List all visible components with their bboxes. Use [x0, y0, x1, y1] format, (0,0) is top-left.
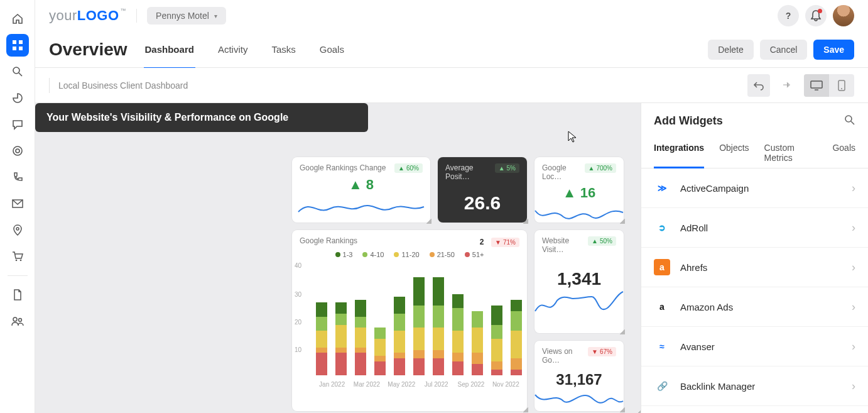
desktop-view-button[interactable]: [804, 74, 829, 97]
integration-item[interactable]: ➲AdRoll›: [641, 208, 868, 248]
svg-rect-2: [13, 47, 16, 50]
integration-label: Ahrefs: [680, 262, 852, 273]
client-selector[interactable]: Pennys Motel: [147, 7, 226, 25]
chevron-right-icon: ›: [852, 300, 855, 314]
rp-tab-custom-metrics[interactable]: Custom Metrics: [764, 138, 818, 168]
home-icon[interactable]: [6, 8, 29, 30]
pin-icon[interactable]: [6, 219, 29, 241]
views-change: ▼ 67%: [588, 347, 616, 356]
help-button[interactable]: ?: [778, 5, 799, 26]
bar-Jul 2022: [431, 277, 445, 375]
rp-tab-objects[interactable]: Objects: [719, 138, 749, 168]
bell-icon: [811, 10, 821, 21]
redo-button[interactable]: [774, 74, 796, 97]
chevron-right-icon: ›: [852, 221, 855, 234]
widget-avg-position[interactable]: Average Posit… ▲ 5% 26.6: [438, 157, 527, 223]
cancel-button[interactable]: Cancel: [760, 40, 808, 60]
rankings-meta: 2 ▼ 71%: [480, 236, 519, 247]
svg-rect-1: [19, 40, 23, 44]
undo-button[interactable]: [747, 74, 770, 97]
integration-label: Backlink Manager: [680, 381, 852, 392]
file-icon[interactable]: [6, 284, 29, 306]
tab-goals[interactable]: Goals: [320, 40, 344, 58]
page-title: Overview: [49, 40, 127, 60]
integration-label: Avanser: [680, 341, 852, 352]
widget-rankings-chart[interactable]: Google Rankings 2 ▼ 71% 1-34-1011-2021-5…: [292, 230, 527, 411]
grid-icon[interactable]: [6, 34, 29, 57]
integration-item[interactable]: aAhrefs›: [641, 248, 868, 287]
svg-point-10: [15, 260, 17, 262]
mail-icon[interactable]: [6, 192, 29, 215]
svg-point-13: [18, 319, 21, 322]
chevron-right-icon: ›: [852, 380, 855, 393]
bar-Jun 2022: [412, 277, 426, 375]
secondary-bar: Local Business Client Dashboard: [35, 68, 868, 103]
chat-icon[interactable]: [6, 113, 29, 136]
svg-point-6: [13, 146, 22, 155]
logo-prefix: your: [49, 8, 77, 23]
legend-item: 11-20: [394, 251, 419, 258]
kpi3-title: Google Loc…: [542, 163, 585, 181]
save-button[interactable]: Save: [813, 40, 854, 60]
bar-Mar 2022: [354, 300, 368, 375]
search-widgets-button[interactable]: [844, 114, 855, 128]
svg-line-19: [851, 121, 854, 124]
svg-point-11: [19, 260, 21, 262]
kpi3-change: ▲ 700%: [585, 163, 616, 173]
notifications-button[interactable]: [805, 5, 827, 26]
sidebar-divider: [8, 275, 28, 276]
chart-icon[interactable]: [6, 87, 29, 109]
phone-icon[interactable]: [6, 166, 29, 189]
integration-label: Amazon Ads: [680, 302, 852, 312]
mobile-view-button[interactable]: [829, 74, 854, 97]
tab-tasks[interactable]: Tasks: [271, 40, 295, 58]
rp-tab-goals[interactable]: Goals: [832, 138, 855, 168]
widget-google-loc[interactable]: Google Loc… ▲ 700% ▲ 16: [534, 157, 624, 223]
target-icon[interactable]: [6, 140, 29, 162]
widget-header-banner[interactable]: Your Website's Visibility & Performance …: [35, 103, 368, 132]
integration-item[interactable]: aAmazon Ads›: [641, 287, 868, 327]
xtick: Sep 2022: [453, 381, 488, 388]
integration-icon: ≫: [654, 180, 670, 196]
svg-point-7: [16, 149, 19, 153]
cart-icon[interactable]: [6, 245, 29, 268]
integrations-list: ≫ActiveCampaign›➲AdRoll›aAhrefs›aAmazon …: [641, 168, 868, 413]
mobile-icon: [838, 80, 845, 91]
bar-Sep 2022: [470, 311, 484, 375]
users-icon[interactable]: [6, 310, 29, 333]
rankings-bars: [315, 263, 523, 375]
xtick: Jan 2022: [315, 381, 349, 388]
integration-icon: ➲: [654, 219, 670, 236]
legend-item: 51+: [465, 251, 484, 258]
top-bar: yourLOGO™ Pennys Motel ?: [35, 0, 868, 31]
rp-tab-integrations[interactable]: Integrations: [654, 138, 704, 168]
search-icon[interactable]: [6, 60, 29, 83]
ytick-10: 10: [295, 346, 301, 353]
logo: yourLOGO™: [49, 8, 126, 24]
integration-item[interactable]: ≈Avanser›: [641, 327, 868, 366]
bar-Apr 2022: [373, 328, 388, 375]
desktop-icon: [810, 80, 823, 91]
kpi2-value: 26.6: [438, 192, 527, 214]
bar-Feb 2022: [334, 302, 349, 375]
delete-button[interactable]: Delete: [708, 40, 753, 60]
chevron-right-icon: ›: [852, 340, 855, 353]
redo-icon: [779, 80, 791, 91]
integration-item[interactable]: ≫ActiveCampaign›: [641, 168, 868, 208]
avatar[interactable]: [833, 5, 854, 26]
integration-label: ActiveCampaign: [680, 183, 852, 194]
widget-views[interactable]: Views on Go… ▼ 67% 31,167: [534, 341, 624, 411]
xtick: Mar 2022: [349, 381, 384, 388]
svg-rect-14: [811, 81, 822, 88]
tab-dashboard[interactable]: Dashboard: [145, 40, 194, 58]
bar-May 2022: [393, 297, 407, 375]
widget-visits[interactable]: Website Visit… ▲ 50% 1,341: [534, 230, 624, 333]
kpi2-title: Average Posit…: [445, 163, 495, 181]
tab-activity[interactable]: Activity: [218, 40, 248, 58]
left-sidebar: [0, 0, 35, 413]
chevron-right-icon: ›: [852, 182, 855, 195]
widget-rankings-change[interactable]: Google Rankings Change ▲ 60% ▲ 8: [292, 157, 430, 223]
integration-item[interactable]: 🔗Backlink Manager›: [641, 366, 868, 406]
integration-icon: a: [654, 299, 670, 315]
bar-Oct 2022: [489, 306, 504, 375]
